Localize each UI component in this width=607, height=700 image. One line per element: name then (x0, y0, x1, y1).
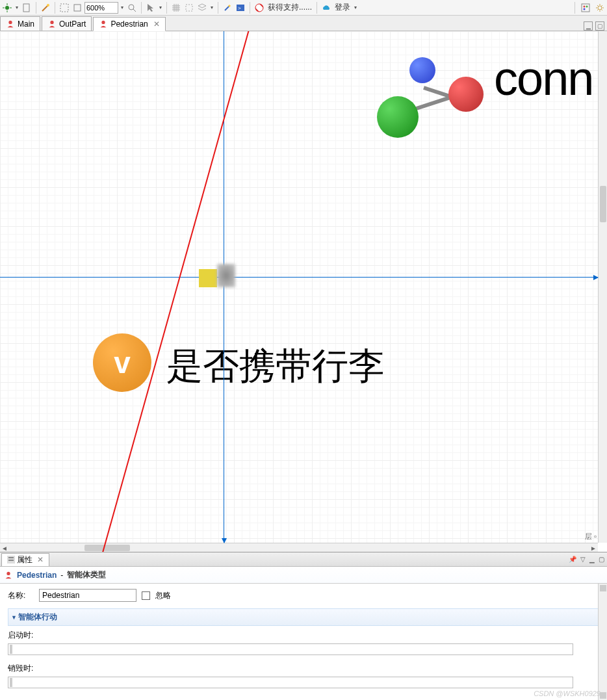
terminal-icon[interactable]: > (235, 2, 246, 14)
svg-point-22 (584, 8, 586, 10)
panel-body: 名称: 忽略 智能体行动 启动时: 销毁时: CSDN @WSKH0929 (0, 584, 607, 700)
select-icon[interactable] (145, 2, 157, 14)
login-label[interactable]: 登录 (333, 2, 352, 13)
ignore-label: 忽略 (155, 590, 171, 601)
connections-label: conn (494, 51, 593, 106)
ignore-checkbox[interactable] (142, 591, 150, 600)
panel-scrollbar[interactable] (598, 584, 607, 700)
minimize-icon[interactable]: ▁ (589, 556, 595, 563)
properties-icon (7, 556, 15, 564)
close-icon[interactable]: ✕ (153, 19, 160, 29)
wizard-icon[interactable] (222, 2, 233, 14)
select-dropdown[interactable]: ▾ (158, 5, 163, 10)
scroll-left-icon[interactable]: ◄ (0, 543, 9, 552)
login-dropdown[interactable]: ▾ (353, 5, 358, 10)
svg-rect-30 (8, 557, 14, 558)
debug-dropdown[interactable]: ▾ (14, 5, 19, 10)
variable-icon[interactable]: v (93, 333, 151, 392)
gear-icon[interactable] (594, 2, 606, 14)
origin-marker[interactable] (199, 269, 217, 287)
properties-tab[interactable]: 属性 ✕ (1, 553, 49, 566)
tab-main[interactable]: Main (0, 16, 40, 31)
new-file-icon[interactable] (21, 2, 32, 14)
x-axis (0, 277, 598, 278)
tab-outpart[interactable]: OutPart (42, 16, 92, 31)
agent-icon (4, 571, 13, 580)
zoom-reset-icon[interactable] (58, 2, 70, 14)
variable-label[interactable]: 是否携带行李 (166, 342, 385, 391)
scroll-right-icon[interactable]: ► (589, 543, 598, 552)
panel-subtitle: 智能体类型 (67, 569, 106, 580)
svg-point-26 (102, 21, 105, 24)
panel-title-bar: Pedestrian - 智能体类型 (0, 567, 607, 584)
svg-rect-5 (23, 4, 29, 12)
node-red (448, 77, 484, 112)
main-toolbar: ▾ ▾ ▾ ▾ > 获得支持...... 登录 ▾ (0, 0, 607, 16)
grid-icon[interactable] (170, 2, 182, 14)
svg-point-0 (5, 6, 9, 10)
zoom-dropdown[interactable]: ▾ (120, 5, 125, 10)
svg-point-21 (586, 5, 588, 7)
svg-point-25 (50, 20, 53, 23)
agent-presentation[interactable] (217, 264, 235, 287)
svg-point-10 (129, 5, 134, 10)
close-icon[interactable]: ✕ (37, 555, 44, 564)
properties-panel: 属性 ✕ 📌 ▽ ▁ ▢ Pedestrian - 智能体类型 名称: 忽略 (0, 552, 607, 700)
debug-icon[interactable] (1, 2, 13, 14)
on-startup-input[interactable] (8, 643, 573, 655)
layers-dropdown[interactable]: ▾ (209, 5, 214, 10)
support-label[interactable]: 获得支持...... (266, 2, 313, 13)
svg-point-18 (258, 6, 261, 9)
svg-point-23 (598, 6, 602, 10)
svg-rect-8 (60, 4, 68, 12)
tab-pedestrian[interactable]: Pedestrian ✕ (93, 17, 165, 31)
svg-point-20 (584, 5, 586, 7)
cloud-icon[interactable] (320, 2, 332, 14)
agent-icon (99, 19, 108, 29)
svg-point-7 (47, 4, 49, 6)
svg-point-24 (8, 20, 12, 23)
panel-tabs: 属性 ✕ 📌 ▽ ▁ ▢ (0, 552, 607, 567)
svg-rect-19 (582, 4, 589, 12)
name-input[interactable] (39, 589, 136, 602)
zoom-input[interactable] (84, 2, 118, 14)
editor-canvas-container: conn v 是否携带行李 层 ▫ ◄ ► (0, 31, 607, 552)
watermark: CSDN @WSKH0929 (534, 690, 601, 697)
tab-label: Pedestrian (110, 19, 148, 29)
panel-title: Pedestrian (17, 571, 57, 580)
layers-icon[interactable] (196, 2, 208, 14)
palette-icon[interactable] (580, 2, 591, 14)
maximize-icon[interactable]: ▢ (595, 21, 604, 31)
editor-canvas[interactable] (0, 31, 598, 543)
agent-icon (6, 19, 15, 29)
tab-label: OutPart (59, 19, 86, 29)
vertical-scrollbar[interactable] (598, 31, 607, 543)
svg-text:>: > (238, 5, 241, 11)
editor-tabs: Main OutPart Pedestrian ✕ ▁ ▢ (0, 16, 607, 31)
pin-icon[interactable]: 📌 (569, 556, 576, 563)
svg-rect-9 (74, 5, 81, 11)
name-label: 名称: (8, 590, 34, 601)
on-destroy-input[interactable] (8, 677, 573, 688)
wand-icon[interactable] (40, 2, 51, 14)
svg-line-13 (225, 6, 229, 10)
layer-label[interactable]: 层 ▫ (585, 532, 597, 541)
node-blue (409, 57, 435, 83)
help-icon[interactable] (253, 2, 265, 14)
tab-label: Main (18, 19, 34, 29)
zoom-fit-icon[interactable] (71, 2, 83, 14)
node-green (377, 96, 419, 138)
search-icon[interactable] (126, 2, 138, 14)
snap-icon[interactable] (183, 2, 195, 14)
minimize-icon[interactable]: ▁ (584, 21, 593, 31)
on-startup-label: 启动时: (8, 630, 40, 641)
view-menu-icon[interactable]: ▽ (580, 556, 586, 563)
horizontal-scrollbar[interactable]: ◄ ► (0, 543, 598, 552)
maximize-icon[interactable]: ▢ (599, 556, 604, 563)
svg-rect-12 (186, 5, 192, 11)
on-destroy-label: 销毁时: (8, 663, 40, 674)
svg-point-32 (6, 571, 10, 575)
svg-line-11 (133, 9, 136, 12)
agent-icon (47, 19, 57, 29)
section-agent-actions[interactable]: 智能体行动 (8, 608, 599, 626)
